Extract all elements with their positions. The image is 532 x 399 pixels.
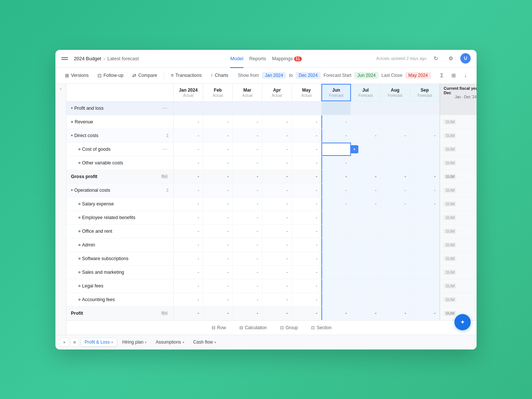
sm-aug[interactable] [381,266,410,279]
rev-jul[interactable] [351,115,381,129]
sw-aug[interactable] [381,252,410,265]
cell-nav-arrow[interactable]: » [350,145,358,153]
oc-chevron[interactable]: ▾ [71,188,73,192]
adm-apr[interactable]: - [262,238,292,252]
tab-model[interactable]: Model [230,54,243,63]
oc-feb[interactable]: - [203,184,233,197]
af-feb[interactable]: - [203,293,233,306]
sm-apr[interactable]: - [262,266,292,279]
profit-jul[interactable]: - [351,307,381,320]
collapse-icon[interactable]: « [60,87,62,91]
oc-apr[interactable]: - [262,184,292,197]
af-mar[interactable]: - [233,293,262,306]
adm-jul[interactable] [351,238,381,252]
oc-jan[interactable]: - [174,184,203,197]
download-icon-btn[interactable]: ↓ [460,70,471,81]
add-sheet-button[interactable]: + [60,338,69,347]
dc-may[interactable]: - [292,129,321,142]
or-feb[interactable]: - [203,225,233,238]
tab-mappings[interactable]: Mappings51 [272,54,302,63]
or-mar[interactable]: - [233,225,262,238]
ov-may[interactable]: - [292,156,321,170]
charts-button[interactable]: ↑ Charts [207,71,232,80]
main-spreadsheet[interactable]: Jan 2024 Actual Feb Actual Mar Actual Ap… [66,84,477,335]
af-jan[interactable]: - [174,293,203,306]
rev-sep[interactable] [410,115,440,129]
dc-jun[interactable]: - [321,129,351,142]
cog-feb[interactable]: - [203,143,233,156]
oc-aug[interactable]: - [381,184,410,197]
adm-sep[interactable] [410,238,440,252]
pl-sep[interactable] [410,102,440,115]
rev-jun[interactable]: - [321,115,351,129]
sw-may[interactable]: - [292,252,321,265]
lf-apr[interactable]: - [262,279,292,293]
eb-jan[interactable]: - [174,211,203,224]
pl-aug[interactable] [381,102,410,115]
add-calculation-button[interactable]: ⊟ Calculation [236,324,270,332]
af-apr[interactable]: - [262,293,292,306]
sm-sep[interactable] [410,266,440,279]
oc-may[interactable]: - [292,184,321,197]
gp-sep[interactable]: - [410,170,440,183]
dc-aug[interactable]: - [381,129,410,142]
add-row-button[interactable]: ⊟ Row [208,324,230,332]
eb-mar[interactable]: - [233,211,262,224]
or-jul[interactable] [351,225,381,238]
sal-jul[interactable]: - [351,197,381,211]
ov-feb[interactable]: - [203,156,233,170]
from-date-chip[interactable]: Jan 2024 [262,72,286,79]
eb-aug[interactable] [381,211,410,224]
sm-jun[interactable] [321,266,351,279]
pl-feb[interactable] [203,102,233,115]
oc-mar[interactable]: - [233,184,262,197]
sm-mar[interactable]: - [233,266,262,279]
lf-mar[interactable]: - [233,279,262,293]
cog-mar[interactable]: - [233,143,262,156]
oc-sep[interactable]: - [410,184,440,197]
cog-sep[interactable] [410,143,440,156]
user-avatar[interactable]: U [460,53,471,64]
pl-may[interactable] [292,102,321,115]
profit-mar[interactable]: - [233,307,262,320]
dc-jul[interactable]: - [351,129,381,142]
refresh-button[interactable]: ↻ [431,53,441,64]
or-may[interactable]: - [292,225,321,238]
sal-jan[interactable]: - [174,197,203,211]
adm-jan[interactable]: - [174,238,203,252]
sm-jul[interactable] [351,266,381,279]
af-sep[interactable] [410,293,440,306]
tab-cash-flow[interactable]: Cash flow ▾ [190,338,220,346]
sw-jun[interactable] [321,252,351,265]
dc-feb[interactable]: - [203,129,233,142]
breadcrumb-item-2[interactable]: Latest forecast [107,56,139,61]
eb-feb[interactable]: - [203,211,233,224]
gp-apr[interactable]: - [262,170,292,183]
sal-sep[interactable]: - [410,197,440,211]
add-group-button[interactable]: ⊡ Group [276,324,301,332]
follow-up-button[interactable]: ⊡ Follow-up [94,71,127,80]
tab-hiring-plan[interactable]: Hiring plan ▾ [119,338,150,346]
lf-jan[interactable]: - [174,279,203,293]
ov-aug[interactable] [381,156,410,170]
sal-aug[interactable]: - [381,197,410,211]
sw-feb[interactable]: - [203,252,233,265]
gp-aug[interactable]: - [381,170,410,183]
cog-may[interactable]: - [292,143,321,156]
profit-apr[interactable]: - [262,307,292,320]
gp-mar[interactable]: - [233,170,262,183]
af-may[interactable]: - [292,293,321,306]
adm-aug[interactable] [381,238,410,252]
profit-may[interactable]: - [292,307,321,320]
sw-apr[interactable]: - [262,252,292,265]
pl-apr[interactable] [262,102,292,115]
sm-feb[interactable]: - [203,266,233,279]
oc-jun[interactable]: - [321,184,351,197]
eb-jul[interactable] [351,211,381,224]
lf-may[interactable]: - [292,279,321,293]
rev-mar[interactable]: - [233,115,262,129]
grid-icon-btn[interactable]: ⊞ [449,70,459,81]
lf-jun[interactable] [321,279,351,293]
versions-button[interactable]: ⊞ Versions [61,71,92,80]
profit-feb[interactable]: - [203,307,233,320]
